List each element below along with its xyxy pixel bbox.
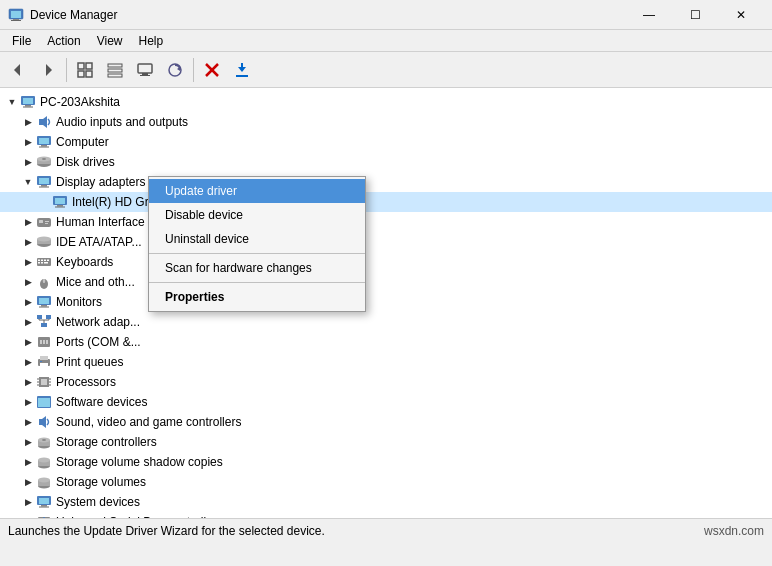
svg-rect-47 (45, 223, 48, 224)
tree-item-ide[interactable]: IDE ATA/ATAP... (0, 232, 772, 252)
svg-rect-31 (39, 147, 49, 148)
tree-item-keyboards[interactable]: Keyboards (0, 252, 772, 272)
tree-item-sound[interactable]: Sound, video and game controllers (0, 412, 772, 432)
expand-arrow-processors[interactable] (20, 374, 36, 390)
maximize-btn[interactable]: ☐ (672, 0, 718, 30)
expand-arrow-ports[interactable] (20, 334, 36, 350)
svg-rect-55 (47, 260, 49, 262)
svg-rect-65 (39, 307, 49, 308)
title-bar: Device Manager — ☐ ✕ (0, 0, 772, 30)
tree-item-storage-ctrl[interactable]: Storage controllers (0, 432, 772, 452)
ctx-update-driver[interactable]: Update driver (149, 179, 365, 203)
expand-arrow-disk[interactable] (20, 154, 36, 170)
expand-arrow-software[interactable] (20, 394, 36, 410)
audio-label: Audio inputs and outputs (56, 115, 188, 129)
svg-rect-92 (39, 396, 43, 398)
svg-rect-83 (41, 379, 47, 385)
svg-rect-10 (108, 64, 122, 67)
tree-item-network[interactable]: Network adap... (0, 312, 772, 332)
network-label: Network adap... (56, 315, 140, 329)
expand-arrow-keyboards[interactable] (20, 254, 36, 270)
tree-item-display[interactable]: Display adapters (0, 172, 772, 192)
tree-item-ports[interactable]: Ports (COM &... (0, 332, 772, 352)
display-label: Display adapters (56, 175, 145, 189)
expand-arrow-pc[interactable] (4, 94, 20, 110)
expand-arrow-audio[interactable] (20, 114, 36, 130)
print-icon (36, 354, 52, 370)
svg-rect-45 (39, 220, 43, 223)
expand-arrow-display[interactable] (20, 174, 36, 190)
ctx-properties[interactable]: Properties (149, 285, 365, 309)
svg-marker-5 (46, 64, 52, 76)
menu-view[interactable]: View (89, 30, 131, 52)
expand-arrow-print[interactable] (20, 354, 36, 370)
system-icon (36, 494, 52, 510)
svg-rect-12 (108, 74, 122, 77)
expand-arrow-human[interactable] (20, 214, 36, 230)
processors-label: Processors (56, 375, 116, 389)
tree-item-storage-vol[interactable]: Storage volumes (0, 472, 772, 492)
ide-label: IDE ATA/ATAP... (56, 235, 142, 249)
tree-item-print[interactable]: Print queues (0, 352, 772, 372)
expand-arrow-storage-vol[interactable] (20, 474, 36, 490)
svg-marker-4 (14, 64, 20, 76)
tree-item-intel[interactable]: Intel(R) HD Graphics (0, 192, 772, 212)
svg-rect-105 (39, 498, 49, 504)
expand-arrow-system[interactable] (20, 494, 36, 510)
forward-btn[interactable] (34, 56, 62, 84)
tree-item-monitors[interactable]: Monitors (0, 292, 772, 312)
back-btn[interactable] (4, 56, 32, 84)
toolbar-refresh-btn[interactable] (161, 56, 189, 84)
toolbar-monitor-btn[interactable] (131, 56, 159, 84)
keyboards-label: Keyboards (56, 255, 113, 269)
expand-arrow-ide[interactable] (20, 234, 36, 250)
svg-rect-13 (138, 64, 152, 73)
ctx-disable-device[interactable]: Disable device (149, 203, 365, 227)
expand-arrow-mice[interactable] (20, 274, 36, 290)
expand-arrow-monitors[interactable] (20, 294, 36, 310)
network-icon (36, 314, 52, 330)
svg-rect-68 (46, 315, 51, 319)
expand-arrow-storage-shadow[interactable] (20, 454, 36, 470)
tree-item-pc[interactable]: PC-203Akshita (0, 92, 772, 112)
toolbar-list-btn[interactable] (101, 56, 129, 84)
menu-action[interactable]: Action (39, 30, 88, 52)
tree-item-storage-shadow[interactable]: Storage volume shadow copies (0, 452, 772, 472)
toolbar (0, 52, 772, 88)
status-right: wsxdn.com (704, 524, 764, 538)
toolbar-delete-btn[interactable] (198, 56, 226, 84)
menu-file[interactable]: File (4, 30, 39, 52)
tree-item-human[interactable]: Human Interface Devices (0, 212, 772, 232)
tree-item-disk[interactable]: Disk drives (0, 152, 772, 172)
expand-arrow-sound[interactable] (20, 414, 36, 430)
minimize-btn[interactable]: — (626, 0, 672, 30)
status-bar: Launches the Update Driver Wizard for th… (0, 518, 772, 542)
svg-point-100 (38, 458, 50, 463)
expand-arrow-network[interactable] (20, 314, 36, 330)
svg-rect-54 (44, 260, 46, 262)
toolbar-grid-btn[interactable] (71, 56, 99, 84)
tree-item-software[interactable]: Software devices (0, 392, 772, 412)
mice-icon (36, 274, 52, 290)
menu-help[interactable]: Help (131, 30, 172, 52)
close-btn[interactable]: ✕ (718, 0, 764, 30)
svg-rect-38 (41, 185, 47, 187)
ctx-scan-hardware[interactable]: Scan for hardware changes (149, 256, 365, 280)
tree-item-computer[interactable]: Computer (0, 132, 772, 152)
software-label: Software devices (56, 395, 147, 409)
pc-label: PC-203Akshita (40, 95, 120, 109)
expand-arrow-storage-ctrl[interactable] (20, 434, 36, 450)
audio-icon (36, 114, 52, 130)
storage-vol-label: Storage volumes (56, 475, 146, 489)
computer-icon (20, 94, 36, 110)
tree-item-audio[interactable]: Audio inputs and outputs (0, 112, 772, 132)
ctx-uninstall-device[interactable]: Uninstall device (149, 227, 365, 251)
expand-arrow-computer[interactable] (20, 134, 36, 150)
sound-label: Sound, video and game controllers (56, 415, 241, 429)
tree-item-processors[interactable]: Processors (0, 372, 772, 392)
mice-label: Mice and oth... (56, 275, 135, 289)
svg-rect-63 (39, 298, 49, 304)
tree-item-system[interactable]: System devices (0, 492, 772, 512)
toolbar-download-btn[interactable] (228, 56, 256, 84)
tree-item-mice[interactable]: Mice and oth... (0, 272, 772, 292)
